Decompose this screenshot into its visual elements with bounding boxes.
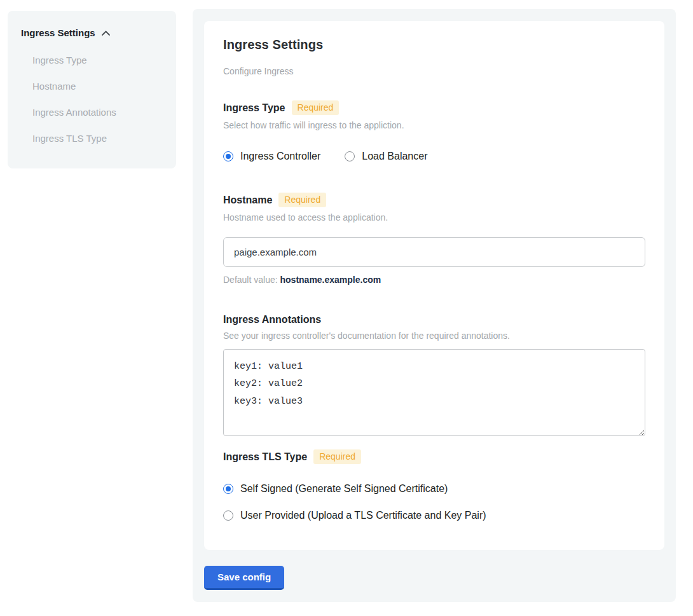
- radio-ingress-controller[interactable]: Ingress Controller: [223, 151, 320, 162]
- ingress-tls-type-label: Ingress TLS Type: [223, 451, 307, 463]
- tls-radio-group: Self Signed (Generate Self Signed Certif…: [223, 483, 645, 521]
- sidebar-item-hostname[interactable]: Hostname: [32, 81, 163, 92]
- ingress-annotations-label: Ingress Annotations: [223, 314, 321, 325]
- ingress-settings-card: Ingress Settings Configure Ingress Ingre…: [204, 21, 664, 550]
- sidebar-item-list: Ingress Type Hostname Ingress Annotation…: [21, 55, 163, 144]
- radio-selected-icon: [223, 484, 233, 494]
- radio-selected-icon: [223, 151, 233, 161]
- sidebar-group-label: Ingress Settings: [21, 27, 95, 38]
- section-ingress-type: Ingress Type Required Select how traffic…: [223, 100, 645, 162]
- section-hostname: Hostname Required Hostname used to acces…: [223, 193, 645, 285]
- radio-user-provided[interactable]: User Provided (Upload a TLS Certificate …: [223, 510, 645, 521]
- hostname-default-prefix: Default value:: [223, 275, 280, 285]
- section-ingress-tls-type: Ingress TLS Type Required Self Signed (G…: [223, 449, 645, 521]
- sidebar-group-ingress-settings[interactable]: Ingress Settings: [21, 27, 163, 38]
- hostname-help: Hostname used to access the application.: [223, 212, 645, 222]
- radio-ingress-controller-label: Ingress Controller: [240, 151, 320, 162]
- ingress-type-label: Ingress Type: [223, 102, 285, 114]
- settings-sidebar: Ingress Settings Ingress Type Hostname I…: [8, 11, 176, 168]
- radio-user-provided-label: User Provided (Upload a TLS Certificate …: [240, 510, 486, 521]
- radio-load-balancer[interactable]: Load Balancer: [345, 151, 427, 162]
- page-title: Ingress Settings: [223, 38, 645, 52]
- ingress-annotations-help: See your ingress controller's documentat…: [223, 331, 645, 341]
- radio-self-signed-label: Self Signed (Generate Self Signed Certif…: [240, 483, 448, 495]
- sidebar-item-ingress-annotations[interactable]: Ingress Annotations: [32, 107, 163, 118]
- section-ingress-annotations: Ingress Annotations See your ingress con…: [223, 314, 645, 436]
- config-panel: Ingress Settings Configure Ingress Ingre…: [193, 9, 676, 602]
- radio-unselected-icon: [345, 151, 355, 161]
- ingress-annotations-textarea[interactable]: key1: value1 key2: value2 key3: value3: [223, 349, 645, 436]
- radio-self-signed[interactable]: Self Signed (Generate Self Signed Certif…: [223, 483, 645, 495]
- sidebar-item-ingress-type[interactable]: Ingress Type: [32, 55, 163, 65]
- radio-load-balancer-label: Load Balancer: [362, 151, 427, 162]
- radio-unselected-icon: [223, 510, 233, 521]
- required-badge: Required: [313, 449, 361, 464]
- required-badge: Required: [292, 100, 340, 115]
- hostname-default-value: hostname.example.com: [280, 275, 381, 285]
- chevron-up-icon: [101, 30, 111, 36]
- ingress-type-radio-group: Ingress Controller Load Balancer: [223, 151, 645, 162]
- hostname-input[interactable]: [223, 237, 645, 267]
- page-subtitle: Configure Ingress: [223, 66, 645, 76]
- ingress-type-help: Select how traffic will ingress to the a…: [223, 120, 645, 130]
- save-config-button[interactable]: Save config: [204, 566, 284, 590]
- hostname-default-line: Default value: hostname.example.com: [223, 275, 645, 285]
- sidebar-item-ingress-tls-type[interactable]: Ingress TLS Type: [32, 133, 163, 144]
- hostname-label: Hostname: [223, 195, 272, 206]
- required-badge: Required: [278, 193, 326, 207]
